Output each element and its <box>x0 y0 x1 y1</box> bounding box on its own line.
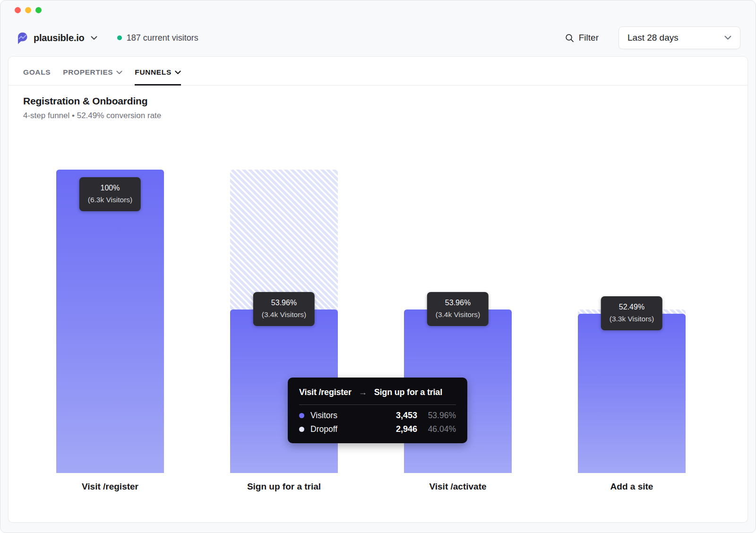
close-window-button[interactable] <box>15 7 21 13</box>
tooltip-divider <box>299 404 456 405</box>
tab-funnels-label: FUNNELS <box>135 68 172 77</box>
tab-properties[interactable]: PROPERTIES <box>63 68 122 86</box>
app-window: plausible.io 187 current visitors Filter… <box>0 0 756 533</box>
badge-percent: 52.49% <box>610 301 654 313</box>
tooltip-header: Visit /register → Sign up for a trial <box>299 387 456 397</box>
funnel-title: Registration & Onboarding <box>23 95 747 107</box>
step-label: Visit /activate <box>404 481 512 492</box>
chevron-down-icon <box>91 36 97 40</box>
live-dot-icon <box>117 35 122 40</box>
funnel-subtitle: 4-step funnel • 52.49% conversion rate <box>23 111 747 120</box>
funnel-hover-tooltip: Visit /register → Sign up for a trial Vi… <box>288 378 467 443</box>
tab-funnels[interactable]: FUNNELS <box>135 68 181 86</box>
chevron-down-icon <box>116 70 122 75</box>
report-tabs: GOALS PROPERTIES FUNNELS <box>9 57 747 86</box>
badge-percent: 53.96% <box>436 297 480 309</box>
badge-visitors: (3.4k Visitors) <box>436 309 480 320</box>
tooltip-row-percent: 53.96% <box>417 411 456 421</box>
tooltip-row-dropoff: Dropoff 2,946 46.04% <box>299 424 456 434</box>
tab-goals-label: GOALS <box>23 68 51 77</box>
zoom-window-button[interactable] <box>35 7 42 13</box>
badge-visitors: (6.3k Visitors) <box>88 194 132 206</box>
step-badge: 52.49% (3.3k Visitors) <box>601 296 662 330</box>
current-visitors-label: 187 current visitors <box>127 33 198 43</box>
site-name: plausible.io <box>34 33 85 43</box>
current-visitors[interactable]: 187 current visitors <box>117 33 198 43</box>
tooltip-row-percent: 46.04% <box>417 424 456 434</box>
funnel-bar[interactable] <box>578 314 686 473</box>
step-badge: 100% (6.3k Visitors) <box>79 177 141 211</box>
step-label: Sign up for a trial <box>230 481 338 492</box>
titlebar <box>0 0 756 19</box>
funnel-step-1[interactable]: 100% (6.3k Visitors) Visit /register <box>56 120 164 495</box>
arrow-right-icon: → <box>359 387 367 397</box>
tab-properties-label: PROPERTIES <box>63 68 113 77</box>
funnel-card: GOALS PROPERTIES FUNNELS Registration & … <box>8 56 748 523</box>
step-badge: 53.96% (3.4k Visitors) <box>427 292 489 326</box>
chevron-down-icon <box>724 35 731 40</box>
tab-goals[interactable]: GOALS <box>23 68 51 86</box>
funnel-bar[interactable] <box>56 170 164 473</box>
tooltip-row-label: Dropoff <box>310 424 383 434</box>
funnel-chart: 100% (6.3k Visitors) Visit /register 53.… <box>9 120 747 495</box>
tooltip-row-label: Visitors <box>310 411 383 421</box>
search-icon <box>565 34 574 43</box>
step-label: Visit /register <box>56 481 164 492</box>
dashboard-header: plausible.io 187 current visitors Filter… <box>0 19 756 56</box>
tooltip-from-step: Visit /register <box>299 387 352 397</box>
tooltip-to-step: Sign up for a trial <box>374 387 442 397</box>
step-badge: 53.96% (3.4k Visitors) <box>253 292 315 326</box>
plausible-logo-icon <box>16 32 28 44</box>
tooltip-row-value: 3,453 <box>383 411 417 421</box>
visitors-dot-icon <box>299 413 304 418</box>
badge-percent: 100% <box>88 182 132 194</box>
chevron-down-icon <box>175 70 181 75</box>
minimize-window-button[interactable] <box>25 7 31 13</box>
date-range-value: Last 28 days <box>627 33 679 43</box>
site-switcher[interactable]: plausible.io <box>16 32 97 44</box>
date-range-select[interactable]: Last 28 days <box>619 26 740 49</box>
tooltip-row-value: 2,946 <box>383 424 417 434</box>
header-actions: Filter Last 28 days <box>565 26 740 49</box>
tooltip-row-visitors: Visitors 3,453 53.96% <box>299 411 456 421</box>
filter-label: Filter <box>579 33 599 43</box>
step-label: Add a site <box>578 481 686 492</box>
dropoff-dot-icon <box>299 427 304 432</box>
badge-visitors: (3.3k Visitors) <box>610 313 654 325</box>
filter-button[interactable]: Filter <box>565 33 599 43</box>
badge-percent: 53.96% <box>262 297 306 309</box>
badge-visitors: (3.4k Visitors) <box>262 309 306 320</box>
funnel-step-4[interactable]: 52.49% (3.3k Visitors) Add a site <box>578 120 686 495</box>
window-controls <box>15 7 42 13</box>
